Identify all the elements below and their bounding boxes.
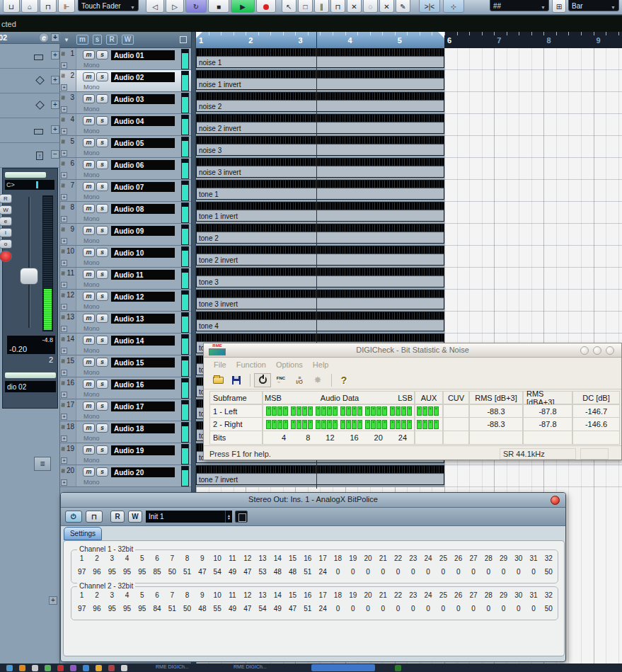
track-name[interactable]: Audio 08 (111, 204, 175, 214)
object-select-tool[interactable]: ↖ (282, 0, 296, 13)
expand-track-icon[interactable]: + (61, 435, 67, 442)
inspector-section-notepad[interactable]: ↑− (0, 143, 60, 168)
audio-clip[interactable]: tone 1 (196, 180, 444, 200)
mute-tool[interactable]: ✕ (379, 0, 394, 13)
expand-track-icon[interactable]: + (61, 260, 67, 266)
snap-button[interactable]: >|< (419, 0, 440, 13)
preset-save-icon[interactable] (235, 511, 248, 523)
expand-track-icon[interactable]: + (61, 304, 67, 310)
mute-button[interactable]: m (83, 270, 95, 279)
read-automation-button[interactable]: R (110, 511, 125, 523)
expand-icon[interactable]: + (49, 596, 57, 605)
track-row[interactable]: ≋15+msAudio 15Mono (60, 355, 191, 377)
expand-track-icon[interactable]: + (61, 106, 67, 113)
range-select-tool[interactable]: □ (298, 0, 313, 13)
prev-locator-button[interactable]: ◁ (146, 0, 164, 13)
strip-button[interactable]: e (0, 217, 12, 226)
solo-button[interactable]: s (96, 226, 108, 235)
strip-button[interactable] (0, 251, 12, 262)
mute-button[interactable]: m (83, 380, 95, 389)
solo-button[interactable]: s (96, 445, 108, 455)
pan-display[interactable]: C> (5, 180, 54, 190)
audio-clip[interactable]: noise 3 (196, 136, 444, 156)
audio-clip[interactable]: tone 2 (196, 224, 444, 244)
audio-clip[interactable]: noise 1 (196, 48, 444, 68)
record-button[interactable] (256, 0, 276, 13)
solo-button[interactable]: s (96, 182, 108, 191)
track-name[interactable]: Audio 18 (111, 423, 175, 433)
track-row[interactable]: ≋9+msAudio 09Mono (60, 224, 191, 246)
audio-clip[interactable]: noise 2 (196, 92, 444, 112)
audio-clip[interactable]: tone 1 invert (196, 202, 444, 222)
cycle-button[interactable]: ↻ (185, 0, 207, 13)
menu-help[interactable]: Help (313, 360, 329, 369)
inspector-header[interactable]: 02 e + (0, 32, 60, 44)
volume-fader[interactable] (20, 268, 38, 285)
audio-clip[interactable]: noise 3 invert (196, 158, 444, 178)
track-row[interactable]: ≋8+msAudio 08Mono (60, 202, 191, 224)
expand-track-icon[interactable]: + (61, 128, 67, 135)
audio-clip[interactable]: tone 4 (196, 312, 444, 331)
erase-tool[interactable]: ✕ (347, 0, 362, 13)
track-row[interactable]: ≋18+msAudio 18Mono (60, 421, 191, 443)
audio-clip[interactable]: tone 7 invert (196, 465, 444, 485)
tab-settings[interactable]: Settings (64, 527, 102, 540)
solo-button[interactable]: s (96, 72, 108, 81)
inspector-section-sends[interactable]: + (0, 93, 60, 118)
taskbar-app-icon[interactable] (108, 665, 115, 671)
expand-track-icon[interactable]: + (61, 370, 67, 376)
plugin-titlebar[interactable]: Stereo Out: Ins. 1 - AnalogX BitPolice (61, 493, 565, 508)
taskbar-app-icon[interactable] (45, 665, 51, 671)
help-icon[interactable]: ? (335, 373, 352, 387)
expand-icon[interactable]: + (51, 101, 59, 109)
track-row[interactable]: ≋3+msAudio 03Mono (60, 92, 191, 114)
track-row[interactable]: ≋7+msAudio 07Mono (60, 180, 191, 202)
expand-track-icon[interactable]: + (61, 194, 67, 200)
track-name[interactable]: Audio 06 (111, 160, 175, 170)
track-name[interactable]: Audio 04 (111, 116, 175, 126)
taskbar-app-icon[interactable] (32, 665, 38, 671)
track-name[interactable]: Audio 15 (111, 358, 175, 368)
solo-button[interactable]: s (96, 467, 108, 477)
track-name[interactable]: Audio 01 (111, 50, 175, 60)
taskbar-app-icon[interactable] (19, 665, 25, 671)
chevron-down-icon[interactable]: ▼ (64, 37, 69, 43)
track-name[interactable]: Audio 13 (111, 314, 175, 324)
expand-icon[interactable]: + (51, 76, 59, 84)
track-name[interactable]: Audio 05 (111, 138, 175, 148)
audio-clip[interactable]: noise 2 invert (196, 114, 444, 134)
strip-button[interactable]: i (0, 228, 12, 237)
draw-tool[interactable]: ✎ (396, 0, 410, 13)
ruler[interactable]: 123456789 (196, 32, 622, 48)
solo-button[interactable]: s (96, 380, 108, 389)
track-name[interactable]: Audio 20 (111, 467, 175, 477)
mute-button[interactable]: m (83, 72, 95, 81)
right-locator-flag[interactable] (438, 32, 444, 38)
taskbar-item[interactable]: RME DIGICh... (234, 664, 283, 671)
solo-button[interactable]: s (96, 314, 108, 323)
expand-icon[interactable]: + (51, 51, 59, 59)
solo-button[interactable]: s (96, 270, 108, 279)
mute-button[interactable]: m (83, 314, 95, 323)
solo-button[interactable]: s (96, 248, 108, 257)
mute-button[interactable]: m (83, 94, 95, 103)
grid-type-select[interactable]: Bar▼ (568, 0, 619, 11)
split-tool[interactable]: ∥ (314, 0, 329, 13)
track-name[interactable]: Audio 07 (111, 182, 175, 192)
expand-track-icon[interactable]: + (61, 457, 67, 464)
strip-scrollbar[interactable] (5, 372, 56, 378)
track-row[interactable]: ≋17+msAudio 17Mono (60, 399, 191, 421)
expand-track-icon[interactable]: + (61, 62, 67, 69)
mute-button[interactable]: m (83, 182, 95, 191)
menu-file[interactable]: File (214, 360, 226, 369)
tool-play-icon[interactable]: ⊩ (58, 0, 75, 13)
expand-track-icon[interactable]: + (61, 479, 67, 486)
mute-button[interactable]: m (83, 402, 95, 411)
track-row[interactable]: ≋16+msAudio 16Mono (60, 377, 191, 399)
track-name[interactable]: Audio 02 (111, 72, 175, 82)
track-row[interactable]: ≋11+msAudio 11Mono (60, 268, 191, 290)
digicheck-titlebar[interactable]: RME DIGICheck - Bit Statistic & Noise (204, 343, 621, 358)
track-name[interactable]: Audio 11 (111, 270, 175, 280)
mute-button[interactable]: m (83, 160, 95, 169)
expand-track-icon[interactable]: + (61, 348, 67, 354)
